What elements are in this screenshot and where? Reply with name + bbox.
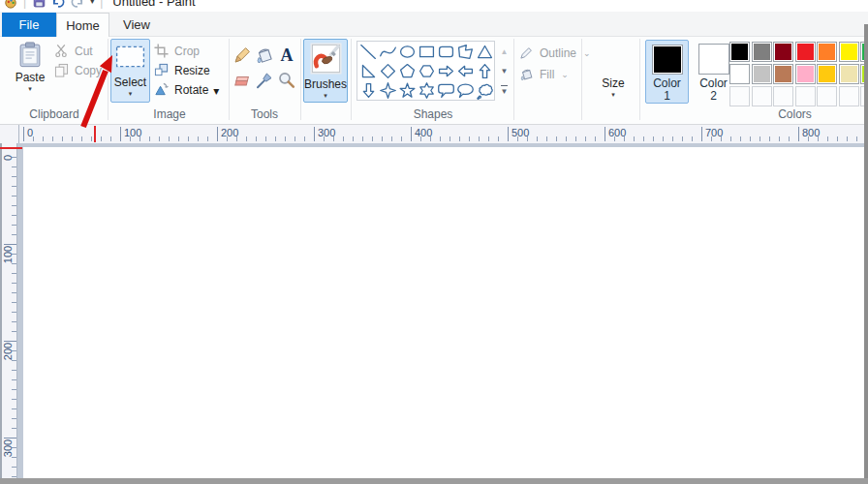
ruler-tick <box>837 136 838 141</box>
palette-empty-slot[interactable] <box>773 86 793 106</box>
shape-line[interactable] <box>358 42 378 61</box>
shape-polygon[interactable] <box>455 42 475 61</box>
title-bar: | ▾ | Untitled - Paint <box>0 0 868 12</box>
outline-button[interactable]: Outline ⌄ <box>519 45 591 62</box>
brushes-button[interactable]: Brushes ▾ <box>303 39 348 103</box>
rotate-button[interactable]: Rotate ▾ <box>154 81 219 99</box>
resize-button[interactable]: Resize <box>154 62 210 79</box>
palette-empty-slot[interactable] <box>795 86 816 106</box>
ruler-tick <box>488 136 489 141</box>
palette-color[interactable] <box>773 64 793 84</box>
palette-color[interactable] <box>839 64 859 84</box>
ruler-tick <box>149 136 150 141</box>
group-separator <box>229 39 230 120</box>
palette-empty-slot[interactable] <box>752 86 772 106</box>
clipboard-group-label: Clipboard <box>8 107 101 121</box>
crop-button[interactable]: Crop <box>154 43 200 60</box>
shape-star-6[interactable] <box>417 80 436 100</box>
palette-empty-slot[interactable] <box>817 86 837 106</box>
ruler-tick <box>12 215 16 216</box>
fill-with-color-tool[interactable] <box>255 45 274 65</box>
canvas[interactable] <box>23 147 864 478</box>
pencil-tool[interactable] <box>232 45 252 65</box>
shape-oval[interactable] <box>397 42 417 61</box>
fill-button[interactable]: Fill ⌄ <box>519 66 569 83</box>
palette-color[interactable] <box>773 42 793 62</box>
redo-icon[interactable] <box>71 0 84 9</box>
rotate-dropdown[interactable]: ▾ <box>213 84 219 98</box>
shape-callout-oval[interactable] <box>455 80 475 100</box>
palette-color[interactable] <box>795 64 816 84</box>
shapes-group-label: Shapes <box>355 107 512 121</box>
color-picker-tool[interactable] <box>255 71 274 90</box>
outline-dropdown[interactable]: ⌄ <box>583 48 591 58</box>
outline-icon <box>519 45 535 61</box>
shape-arrow-up[interactable] <box>475 61 494 80</box>
size-button[interactable]: Size ▾ <box>591 39 636 103</box>
shape-callout-cloud[interactable] <box>475 80 494 100</box>
select-dropdown[interactable]: ▾ <box>129 90 133 98</box>
shape-arrow-right[interactable] <box>436 61 455 80</box>
ruler-label: 100 <box>124 127 141 138</box>
ruler-label: 800 <box>802 127 820 138</box>
paste-icon <box>18 42 42 72</box>
shape-curve[interactable] <box>378 42 397 61</box>
shapes-scroll-down[interactable]: ▼ <box>498 62 511 79</box>
palette-color[interactable] <box>729 64 750 84</box>
copy-button[interactable]: Copy <box>54 62 102 79</box>
palette-color[interactable] <box>752 64 772 84</box>
select-button[interactable]: Select ▾ <box>110 39 150 103</box>
shape-star-5[interactable] <box>397 80 417 100</box>
select-label: Select <box>114 76 146 89</box>
palette-color[interactable] <box>817 42 837 62</box>
cut-button[interactable]: Cut <box>54 43 93 60</box>
color1-swatch <box>652 45 683 75</box>
shape-arrow-left[interactable] <box>455 61 475 80</box>
shape-diamond[interactable] <box>378 61 397 80</box>
eraser-tool[interactable] <box>232 71 252 90</box>
paste-dropdown[interactable]: ▾ <box>28 85 32 93</box>
ruler-label: 300 <box>1 439 15 457</box>
palette-empty-slot[interactable] <box>839 86 859 106</box>
palette-color[interactable] <box>795 42 816 62</box>
shape-triangle[interactable] <box>475 42 494 61</box>
palette-color[interactable] <box>817 64 837 84</box>
color1-button[interactable]: Color 1 <box>645 40 689 104</box>
ruler-tick <box>798 127 799 141</box>
fill-dropdown[interactable]: ⌄ <box>561 70 569 79</box>
shape-hexagon[interactable] <box>417 61 436 80</box>
shapes-more-button[interactable]: ▼ <box>498 81 511 99</box>
shape-rectangle[interactable] <box>417 42 436 61</box>
shape-rounded-rectangle[interactable] <box>436 42 455 61</box>
ruler-tick <box>498 136 499 141</box>
palette-color[interactable] <box>729 42 750 62</box>
window-title: Untitled - Paint <box>112 0 195 9</box>
size-dropdown[interactable]: ▾ <box>611 91 615 99</box>
shape-arrow-down[interactable] <box>358 80 378 100</box>
undo-icon[interactable] <box>51 0 65 9</box>
brushes-dropdown[interactable]: ▾ <box>324 92 327 100</box>
shape-star-4[interactable] <box>378 80 397 100</box>
paste-button[interactable]: Paste ▾ <box>10 39 50 103</box>
color2-swatch <box>698 44 729 75</box>
palette-empty-slot[interactable] <box>729 86 750 106</box>
rotate-icon <box>154 82 170 98</box>
tab-view[interactable]: View <box>109 13 164 37</box>
palette-color[interactable] <box>839 42 859 62</box>
save-icon[interactable] <box>32 0 46 9</box>
shape-right-triangle[interactable] <box>358 61 378 80</box>
tab-file[interactable]: File <box>2 13 56 37</box>
text-tool[interactable]: A <box>277 45 296 65</box>
magnifier-tool[interactable] <box>277 71 296 90</box>
shape-pentagon[interactable] <box>397 61 417 80</box>
ruler-label: 0 <box>27 127 33 138</box>
shapes-scroll-up[interactable]: ▲ <box>498 43 511 60</box>
ruler-tick <box>314 127 315 141</box>
ruler-tick <box>459 136 460 141</box>
ruler-tick <box>469 136 470 141</box>
ruler-tick <box>663 136 664 141</box>
palette-color[interactable] <box>752 42 772 62</box>
tab-home[interactable]: Home <box>56 13 109 37</box>
qat-customize-dropdown[interactable]: ▾ <box>90 0 94 6</box>
shape-callout-rounded-rectangle[interactable] <box>436 80 455 100</box>
